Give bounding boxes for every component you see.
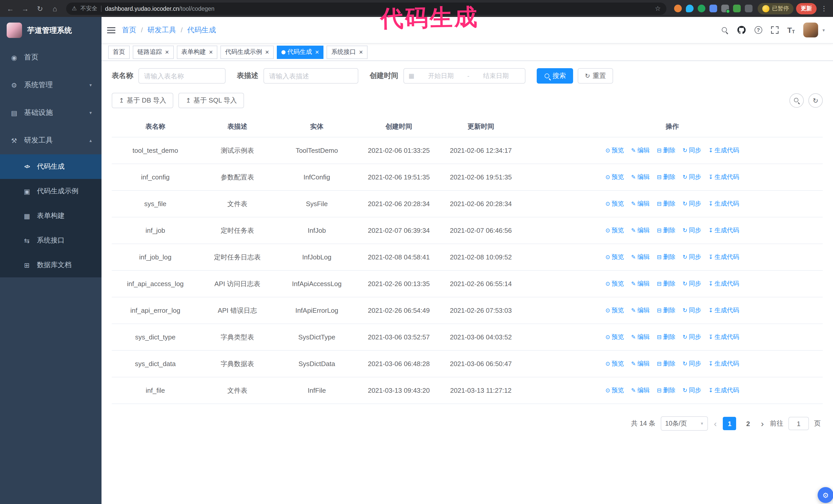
sync-link[interactable]: ↻同步 — [683, 173, 701, 182]
generate-code-link[interactable]: ↧生成代码 — [709, 173, 739, 182]
sidebar-item-form-builder[interactable]: ▦ 表单构建 — [0, 203, 101, 228]
sidebar-item-db-docs[interactable]: ⊞ 数据库文档 — [0, 253, 101, 278]
delete-link[interactable]: ⊟删除 — [657, 333, 675, 341]
page-size-select[interactable]: 10条/页 ▾ — [661, 416, 708, 431]
sync-link[interactable]: ↻同步 — [683, 253, 701, 262]
update-button[interactable]: 更新 — [796, 3, 816, 14]
generate-code-link[interactable]: ↧生成代码 — [709, 199, 739, 208]
tab-trace[interactable]: 链路追踪 × — [133, 45, 173, 59]
goto-page-input[interactable] — [788, 417, 809, 430]
help-icon[interactable]: ? — [755, 26, 762, 34]
sync-link[interactable]: ↻同步 — [683, 333, 701, 341]
home-icon[interactable]: ⌂ — [49, 2, 61, 15]
extension-icon-4[interactable] — [710, 5, 717, 12]
sidebar-item-code-generation[interactable]: </> 代码生成 — [0, 154, 101, 179]
refresh-table-button[interactable]: ↻ — [808, 93, 823, 108]
delete-link[interactable]: ⊟删除 — [657, 280, 675, 288]
extensions-puzzle-icon[interactable] — [745, 5, 753, 12]
sidebar-item-system-management[interactable]: ⚙ 系统管理 ▾ — [0, 71, 101, 99]
sync-link[interactable]: ↻同步 — [683, 226, 701, 235]
extension-icon-3[interactable] — [698, 5, 705, 12]
next-page-button[interactable]: › — [760, 419, 765, 428]
preview-link[interactable]: ⊙预览 — [605, 333, 624, 341]
edit-link[interactable]: ✎编辑 — [631, 253, 649, 262]
preview-link[interactable]: ⊙预览 — [605, 199, 624, 208]
edit-link[interactable]: ✎编辑 — [631, 199, 649, 208]
delete-link[interactable]: ⊟删除 — [657, 199, 675, 208]
sync-link[interactable]: ↻同步 — [683, 359, 701, 368]
sidebar-item-dev-tools[interactable]: ⚒ 研发工具 ▴ — [0, 127, 101, 154]
close-icon[interactable]: × — [315, 49, 319, 55]
delete-link[interactable]: ⊟删除 — [657, 253, 675, 262]
edit-link[interactable]: ✎编辑 — [631, 280, 649, 288]
prev-page-button[interactable]: ‹ — [713, 419, 718, 428]
github-icon[interactable] — [737, 26, 746, 34]
import-sql-button[interactable]: ↥ 基于 SQL 导入 — [178, 93, 244, 108]
generate-code-link[interactable]: ↧生成代码 — [709, 253, 739, 262]
tab-system-api[interactable]: 系统接口 × — [327, 45, 367, 59]
font-size-icon[interactable]: TT — [787, 26, 795, 34]
back-icon[interactable]: ← — [4, 2, 17, 15]
delete-link[interactable]: ⊟删除 — [657, 173, 675, 182]
edit-link[interactable]: ✎编辑 — [631, 146, 649, 155]
generate-code-link[interactable]: ↧生成代码 — [709, 146, 739, 155]
edit-link[interactable]: ✎编辑 — [631, 173, 649, 182]
fullscreen-icon[interactable] — [771, 26, 779, 34]
preview-link[interactable]: ⊙预览 — [605, 386, 624, 395]
bookmark-star-icon[interactable]: ☆ — [655, 5, 661, 12]
floating-action-button[interactable]: ⚙ — [818, 487, 833, 503]
preview-link[interactable]: ⊙预览 — [605, 173, 624, 182]
close-icon[interactable]: × — [265, 49, 269, 55]
import-db-button[interactable]: ↥ 基于 DB 导入 — [112, 93, 173, 108]
sync-link[interactable]: ↻同步 — [683, 280, 701, 288]
table-name-input[interactable] — [138, 68, 225, 83]
generate-code-link[interactable]: ↧生成代码 — [709, 306, 739, 315]
delete-link[interactable]: ⊟删除 — [657, 306, 675, 315]
address-bar[interactable]: ⚠ 不安全 dashboard.yudao.iocoder.cn/tool/co… — [66, 2, 666, 15]
sidebar-item-codegen-example[interactable]: ▣ 代码生成示例 — [0, 179, 101, 203]
preview-link[interactable]: ⊙预览 — [605, 226, 624, 235]
breadcrumb-home[interactable]: 首页 — [122, 25, 136, 34]
delete-link[interactable]: ⊟删除 — [657, 146, 675, 155]
create-time-range-picker[interactable]: ▦ 开始日期 - 结束日期 — [403, 68, 525, 83]
page-button-1[interactable]: 1 — [723, 417, 736, 430]
preview-link[interactable]: ⊙预览 — [605, 359, 624, 368]
edit-link[interactable]: ✎编辑 — [631, 386, 649, 395]
table-desc-input[interactable] — [263, 68, 358, 83]
sidebar-item-system-api[interactable]: ⇆ 系统接口 — [0, 228, 101, 253]
close-icon[interactable]: × — [165, 49, 169, 55]
extension-icon-6[interactable] — [733, 5, 741, 12]
delete-link[interactable]: ⊟删除 — [657, 226, 675, 235]
hamburger-icon[interactable] — [101, 17, 121, 43]
generate-code-link[interactable]: ↧生成代码 — [709, 386, 739, 395]
extension-icon-2[interactable] — [686, 5, 694, 12]
reset-button[interactable]: ↻ 重置 — [578, 68, 613, 83]
sidebar-item-home[interactable]: ◉ 首页 — [0, 44, 101, 71]
tab-code-generation[interactable]: 代码生成 × — [277, 45, 324, 59]
generate-code-link[interactable]: ↧生成代码 — [709, 280, 739, 288]
edit-link[interactable]: ✎编辑 — [631, 333, 649, 341]
tab-codegen-example[interactable]: 代码生成示例 × — [220, 45, 273, 59]
edit-link[interactable]: ✎编辑 — [631, 306, 649, 315]
preview-link[interactable]: ⊙预览 — [605, 306, 624, 315]
extension-icon-5[interactable] — [721, 5, 729, 12]
search-button[interactable]: 搜索 — [537, 68, 573, 83]
search-icon[interactable] — [721, 26, 729, 33]
generate-code-link[interactable]: ↧生成代码 — [709, 333, 739, 341]
forward-icon[interactable]: → — [19, 2, 31, 15]
tab-home[interactable]: 首页 — [108, 45, 130, 59]
extension-icon-1[interactable] — [674, 5, 682, 12]
breadcrumb-dev-tools[interactable]: 研发工具 — [147, 25, 176, 34]
preview-link[interactable]: ⊙预览 — [605, 146, 624, 155]
sync-link[interactable]: ↻同步 — [683, 306, 701, 315]
generate-code-link[interactable]: ↧生成代码 — [709, 226, 739, 235]
sidebar-item-infrastructure[interactable]: ▤ 基础设施 ▾ — [0, 99, 101, 127]
page-button-2[interactable]: 2 — [741, 417, 755, 430]
delete-link[interactable]: ⊟删除 — [657, 359, 675, 368]
edit-link[interactable]: ✎编辑 — [631, 359, 649, 368]
toggle-search-button[interactable] — [789, 93, 804, 108]
preview-link[interactable]: ⊙预览 — [605, 280, 624, 288]
close-icon[interactable]: × — [209, 49, 213, 55]
edit-link[interactable]: ✎编辑 — [631, 226, 649, 235]
chrome-menu-icon[interactable]: ⋮ — [819, 5, 829, 12]
